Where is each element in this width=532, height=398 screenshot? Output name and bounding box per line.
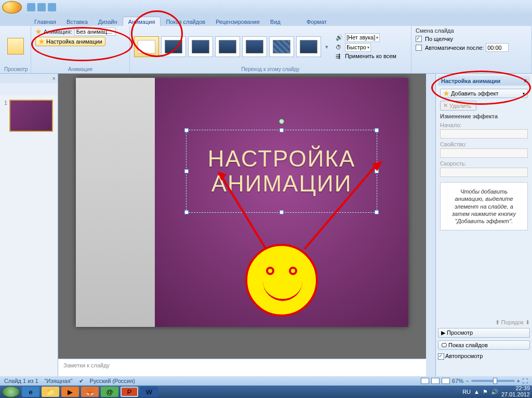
resize-handle-icon[interactable]: [184, 128, 189, 132]
hint-text: Чтобы добавить анимацию, выделите элемен…: [440, 182, 528, 230]
ribbon: Просмотр Анимация:Без анимац... Настройк…: [0, 26, 532, 74]
transition-option[interactable]: [296, 36, 321, 57]
slideshow-label: Показ слайдов: [448, 342, 488, 348]
app-icon[interactable]: @: [101, 387, 118, 397]
group-label-advance: [416, 72, 527, 73]
transition-more-icon[interactable]: ▾: [323, 44, 330, 50]
resize-handle-icon[interactable]: [375, 169, 379, 173]
transition-option[interactable]: [188, 36, 213, 57]
vertical-scrollbar[interactable]: [426, 74, 435, 376]
slideshow-view-icon[interactable]: [442, 378, 450, 384]
group-label-transition: Переход к этому слайду: [134, 66, 407, 73]
sorter-view-icon[interactable]: [431, 378, 440, 384]
tab-design[interactable]: Дизайн: [93, 17, 123, 26]
tab-view[interactable]: Вид: [265, 17, 286, 26]
word-icon[interactable]: W: [140, 387, 158, 397]
speaker-icon: 🔊: [336, 34, 343, 41]
resize-handle-icon[interactable]: [375, 128, 379, 132]
transition-none[interactable]: [134, 36, 159, 57]
qat-redo-icon[interactable]: [48, 3, 56, 11]
animation-label: Анимация:: [44, 29, 72, 35]
sound-dropdown[interactable]: [Нет звука]▾: [345, 33, 380, 42]
powerpoint-icon[interactable]: P: [121, 387, 138, 397]
play-button[interactable]: ▶Просмотр: [438, 328, 530, 338]
transition-option[interactable]: [215, 36, 240, 57]
play-icon: ▶: [441, 330, 445, 336]
qat-undo-icon[interactable]: [37, 3, 46, 11]
notes-placeholder: Заметки к слайду: [63, 362, 110, 368]
resize-handle-icon[interactable]: [280, 210, 284, 214]
close-panel-icon[interactable]: ×: [52, 75, 56, 81]
animation-dropdown[interactable]: Без анимац...: [74, 28, 116, 36]
tab-review[interactable]: Рецензирование: [210, 17, 265, 26]
tab-format[interactable]: Формат: [301, 17, 332, 26]
notes-pane[interactable]: Заметки к слайду: [58, 359, 426, 376]
group-label-animation: Анимация: [35, 66, 125, 73]
transition-option[interactable]: [161, 36, 186, 57]
transition-option[interactable]: [242, 36, 267, 57]
autopreview-checkbox[interactable]: [438, 353, 444, 360]
auto-after-checkbox[interactable]: [416, 45, 422, 51]
on-click-checkbox[interactable]: [416, 36, 422, 42]
slide-thumbnail[interactable]: 1: [4, 100, 54, 132]
panel-tabs[interactable]: [0, 83, 58, 95]
firefox-icon[interactable]: 🦊: [81, 387, 99, 397]
start-button[interactable]: [2, 386, 20, 397]
ie-icon[interactable]: e: [22, 387, 39, 397]
flag-icon[interactable]: ⚑: [483, 389, 488, 395]
order-label: Порядок: [501, 319, 524, 325]
add-effect-button[interactable]: Добавить эффект▾: [440, 89, 528, 98]
preview-button[interactable]: [7, 38, 24, 56]
resize-handle-icon[interactable]: [375, 210, 379, 214]
custom-animation-button[interactable]: Настройка анимации: [35, 37, 105, 46]
slide-counter: Слайд 1 из 1: [4, 378, 38, 384]
group-label-preview: Просмотр: [4, 66, 26, 73]
reorder-down-icon: ⬇: [525, 319, 530, 325]
office-button[interactable]: [2, 1, 22, 13]
monitor-icon: 🖵: [441, 342, 447, 348]
slide-sidebar-deco: [76, 78, 155, 327]
apply-all-icon: ⇶: [336, 53, 343, 60]
tab-animation[interactable]: Анимация: [123, 17, 161, 26]
language-indicator[interactable]: Русский (Россия): [90, 378, 135, 384]
tab-insert[interactable]: Вставка: [61, 17, 93, 26]
title-text: НАСТРОЙКА АНИМАЦИИ: [208, 146, 356, 197]
slide[interactable]: НАСТРОЙКА АНИМАЦИИ: [76, 78, 408, 327]
zoom-slider[interactable]: [471, 380, 515, 382]
resize-handle-icon[interactable]: [184, 210, 189, 214]
rotate-handle-icon[interactable]: [279, 119, 284, 124]
star-icon: [443, 90, 449, 97]
title-textbox[interactable]: НАСТРОЙКА АНИМАЦИИ: [186, 130, 377, 213]
tray-icon[interactable]: ▲: [474, 389, 480, 395]
speed-dropdown[interactable]: Быстро▾: [345, 43, 371, 52]
clock[interactable]: 22:39 27.01.2012: [501, 386, 530, 397]
zoom-percent[interactable]: 67%: [452, 378, 463, 384]
explorer-icon[interactable]: 📁: [42, 387, 59, 397]
taskbar-lang[interactable]: RU: [462, 389, 471, 395]
resize-handle-icon[interactable]: [184, 169, 189, 173]
slide-stage: НАСТРОЙКА АНИМАЦИИ Заметки к слайду: [58, 74, 426, 376]
speed-label: Скорость:: [440, 160, 528, 167]
advance-slide-title: Смена слайда: [416, 28, 527, 34]
clock-date: 27.01.2012: [501, 392, 530, 398]
zoom-in-icon[interactable]: +: [517, 378, 520, 384]
resize-handle-icon[interactable]: [280, 128, 284, 132]
transition-option[interactable]: [269, 36, 294, 57]
speed-icon: ⏱: [336, 44, 343, 50]
tab-slideshow[interactable]: Показ слайдов: [161, 17, 210, 26]
volume-icon[interactable]: 🔊: [491, 389, 498, 395]
media-player-icon[interactable]: ▶: [61, 387, 79, 397]
tab-home[interactable]: Главная: [29, 17, 61, 26]
zoom-out-icon[interactable]: −: [466, 378, 469, 384]
property-field: [440, 148, 528, 158]
workspace: × 1: [0, 74, 435, 376]
spellcheck-icon[interactable]: ✔: [79, 378, 84, 385]
zoom-fit-icon[interactable]: ⛶: [522, 378, 528, 384]
qat-save-icon[interactable]: [27, 3, 35, 11]
taskpane-menu-icon[interactable]: ▾: [524, 77, 527, 84]
normal-view-icon[interactable]: [421, 378, 429, 384]
change-effect-title: Изменение эффекта: [440, 113, 528, 119]
apply-all-button[interactable]: Применить ко всем: [345, 53, 396, 59]
slideshow-button[interactable]: 🖵Показ слайдов: [438, 340, 530, 350]
auto-after-time[interactable]: 00:00: [486, 43, 509, 52]
